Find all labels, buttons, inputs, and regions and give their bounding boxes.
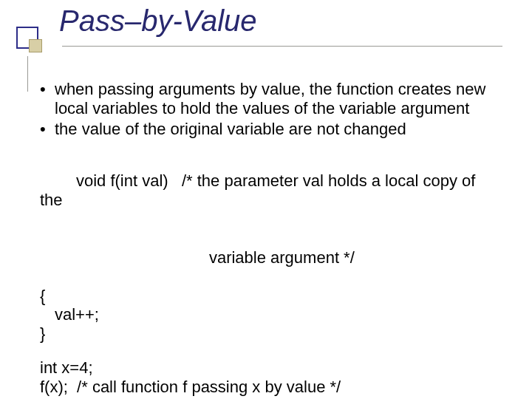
code-block-1: void f(int val) /* the parameter val hol…	[40, 152, 499, 344]
bullet-item: the value of the original variable are n…	[40, 120, 499, 139]
bullet-text: the value of the original variable are n…	[55, 120, 406, 138]
code-block-2: int x=4; f(x); /* call function f passin…	[40, 358, 499, 399]
slide: Pass–by-Value when passing arguments by …	[0, 0, 532, 399]
title-decoration-squares	[16, 27, 43, 53]
bullet-list: when passing arguments by value, the fun…	[40, 80, 499, 139]
code-line: }	[40, 324, 499, 344]
code-line: f(x); /* call function f passing x by va…	[40, 378, 499, 397]
code-text: void f(int val)	[76, 171, 168, 190]
code-line: int x=4;	[40, 358, 499, 378]
bullet-item: when passing arguments by value, the fun…	[40, 80, 499, 118]
code-comment: variable argument */	[209, 248, 355, 267]
title-underline	[62, 46, 502, 47]
code-line: {	[40, 287, 499, 306]
code-line: void f(int val) /* the parameter val hol…	[40, 152, 499, 229]
title-area: Pass–by-Value	[59, 4, 502, 41]
slide-title: Pass–by-Value	[59, 4, 502, 41]
bullet-text: when passing arguments by value, the fun…	[55, 80, 485, 117]
title-decoration-vline	[27, 56, 28, 92]
code-line: val++;	[40, 305, 499, 324]
code-line: variable argument */	[40, 229, 499, 287]
slide-body: when passing arguments by value, the fun…	[40, 80, 499, 399]
